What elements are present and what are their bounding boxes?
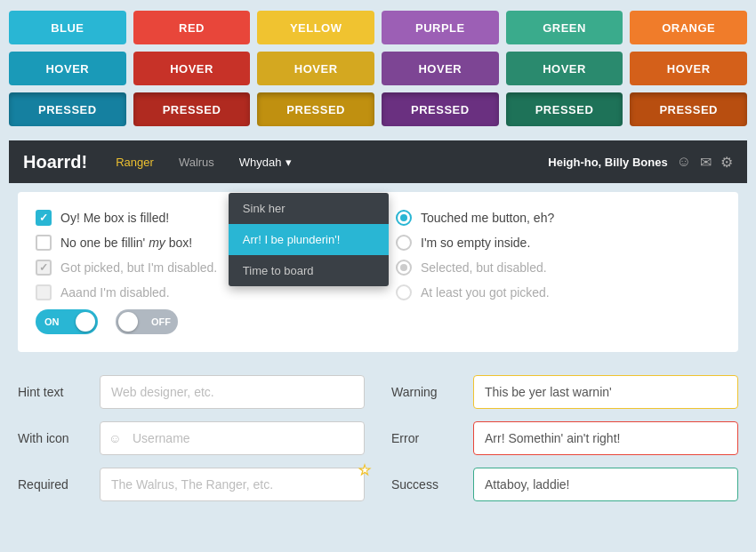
input-with-icon-wrapper: ☺	[100, 421, 365, 455]
yellow-pressed-button[interactable]: PRESSED	[257, 92, 374, 126]
checkbox-label-3: Aaand I'm disabled.	[60, 285, 170, 300]
inputs-section: Hint text Warning With icon ☺ Error Requ…	[0, 361, 756, 519]
chevron-down-icon: ▾	[286, 156, 292, 169]
checkbox-label-0: Oy! Me box is filled!	[60, 211, 169, 225]
radio-row-3: At least you got picked.	[396, 284, 720, 300]
navbar-brand: Hoarrd!	[23, 152, 87, 172]
radio-row-1: I'm so empty inside.	[396, 235, 720, 251]
green-normal-button[interactable]: GREEN	[506, 11, 623, 44]
radio-row-2: Selected, but disabled.	[396, 260, 720, 276]
required-input[interactable]	[100, 468, 365, 501]
button-section: BLUE RED YELLOW PURPLE GREEN ORANGE HOVE…	[0, 0, 756, 140]
inputs-grid: Hint text Warning With icon ☺ Error Requ…	[18, 375, 738, 501]
hint-text-label: Hint text	[18, 385, 89, 399]
toggle-off-knob	[118, 312, 138, 332]
error-row: Error	[391, 421, 738, 455]
nav-item-ranger[interactable]: Ranger	[105, 150, 165, 174]
dropdown-container: Whydah ▾ Sink her Arr! I be plunderin'! …	[229, 150, 302, 174]
yellow-normal-button[interactable]: YELLOW	[257, 11, 374, 44]
checkbox-1[interactable]	[36, 235, 52, 251]
radios-group: Touched me button, eh? I'm so empty insi…	[396, 210, 720, 334]
checkbox-label-1: No one be fillin' my box!	[60, 236, 192, 250]
green-pressed-button[interactable]: PRESSED	[506, 92, 623, 126]
checkbox-2	[36, 260, 52, 276]
with-icon-row: With icon ☺	[18, 421, 365, 455]
toggle-on[interactable]: ON	[36, 309, 98, 334]
required-row: Required ★	[18, 468, 365, 501]
hint-text-row: Hint text	[18, 375, 365, 409]
dropdown-item-plunder[interactable]: Arr! I be plunderin'!	[229, 224, 389, 255]
green-hover-button[interactable]: HOVER	[506, 52, 623, 85]
red-normal-button[interactable]: RED	[133, 11, 251, 44]
required-label: Required	[18, 477, 89, 492]
navbar: Hoarrd! Ranger Walrus Whydah ▾ Sink her …	[9, 140, 747, 183]
blue-normal-button[interactable]: BLUE	[9, 11, 126, 44]
hint-text-input[interactable]	[100, 375, 365, 409]
purple-hover-button[interactable]: HOVER	[382, 52, 499, 85]
radio-label-0: Touched me button, eh?	[421, 211, 554, 225]
orange-hover-button[interactable]: HOVER	[630, 52, 747, 85]
orange-normal-button[interactable]: ORANGE	[630, 11, 747, 44]
required-input-wrapper: ★	[100, 468, 365, 501]
checkbox-0[interactable]	[36, 210, 52, 226]
radio-label-2: Selected, but disabled.	[421, 260, 547, 275]
blue-pressed-button[interactable]: PRESSED	[9, 92, 126, 126]
dropdown-item-sink[interactable]: Sink her	[229, 193, 389, 224]
error-label: Error	[391, 431, 462, 445]
radio-0[interactable]	[396, 210, 412, 226]
orange-pressed-button[interactable]: PRESSED	[630, 92, 747, 126]
radio-1[interactable]	[396, 235, 412, 251]
user-input-icon: ☺	[109, 431, 121, 445]
toggle-on-knob	[76, 312, 95, 332]
checkbox-row-3: Aaand I'm disabled.	[36, 284, 360, 300]
warning-label: Warning	[391, 385, 462, 399]
warning-row: Warning	[391, 375, 738, 409]
radio-label-3: At least you got picked.	[421, 285, 550, 300]
toggles-row: ON OFF	[36, 309, 360, 334]
blue-hover-button[interactable]: HOVER	[9, 52, 126, 85]
with-icon-label: With icon	[18, 431, 89, 445]
toggle-off[interactable]: OFF	[116, 309, 178, 334]
red-pressed-button[interactable]: PRESSED	[133, 92, 251, 126]
nav-dropdown-whydah[interactable]: Whydah ▾	[229, 150, 302, 174]
normal-button-row: BLUE RED YELLOW PURPLE GREEN ORANGE	[9, 11, 747, 44]
success-input[interactable]	[473, 468, 738, 501]
radio-3	[396, 284, 412, 300]
radio-2	[396, 260, 412, 276]
radio-label-1: I'm so empty inside.	[421, 236, 530, 250]
yellow-hover-button[interactable]: HOVER	[257, 52, 374, 85]
radio-row-0: Touched me button, eh?	[396, 210, 720, 226]
checkbox-3	[36, 284, 52, 300]
nav-item-walrus[interactable]: Walrus	[168, 150, 225, 174]
purple-pressed-button[interactable]: PRESSED	[382, 92, 499, 126]
dropdown-item-board[interactable]: Time to board	[229, 255, 389, 286]
navbar-nav: Ranger Walrus Whydah ▾ Sink her Arr! I b…	[105, 150, 302, 174]
hover-button-row: HOVER HOVER HOVER HOVER HOVER HOVER	[9, 52, 747, 85]
user-icon[interactable]: ☺	[677, 154, 691, 170]
success-row: Success	[391, 468, 738, 501]
navbar-right: Heigh-ho, Billy Bones ☺ ✉ ⚙	[548, 154, 733, 171]
warning-input[interactable]	[473, 375, 738, 409]
purple-normal-button[interactable]: PURPLE	[382, 11, 499, 44]
checkbox-label-2: Got picked, but I'm disabled.	[60, 260, 217, 275]
red-hover-button[interactable]: HOVER	[133, 52, 251, 85]
greeting-text: Heigh-ho, Billy Bones	[548, 156, 667, 169]
pressed-button-row: PRESSED PRESSED PRESSED PRESSED PRESSED …	[9, 92, 747, 126]
success-label: Success	[391, 477, 462, 492]
bell-icon[interactable]: ✉	[700, 154, 712, 171]
toggle-off-label: OFF	[151, 316, 171, 327]
toggle-on-label: ON	[44, 316, 60, 327]
dropdown-menu: Sink her Arr! I be plunderin'! Time to b…	[229, 193, 389, 286]
error-input[interactable]	[473, 421, 738, 455]
with-icon-input[interactable]	[100, 421, 365, 455]
gear-icon[interactable]: ⚙	[720, 154, 733, 171]
